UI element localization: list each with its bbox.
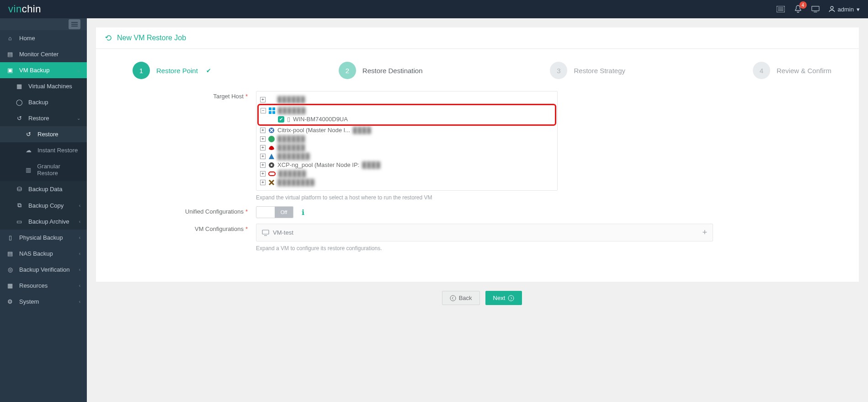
target-host-label: Target Host* [119,91,256,201]
tree-node-hyperv[interactable]: − ██████ [261,106,553,115]
vm-config-label: VM Configurations* [119,224,256,252]
svg-point-18 [508,295,514,301]
chevron-down-icon: ⌄ [77,68,80,73]
tree-node-vmware[interactable]: +██████ [260,95,554,104]
server-icon: ▯ [6,234,14,241]
chevron-down-icon: ▾ [857,6,860,13]
svg-point-6 [831,6,833,9]
oracle-icon [268,172,276,176]
vm-config-row[interactable]: VM-test + [256,224,713,241]
step-review-confirm[interactable]: 4 Review & Confirm [753,62,831,79]
user-name: admin [838,6,854,13]
panel-header: New VM Restore Job [96,27,859,49]
back-button[interactable]: Back [442,291,480,305]
display-icon[interactable] [811,5,820,13]
sidebar-toggle[interactable] [69,19,80,29]
tree-node-citrix[interactable]: + Citrix-pool (Master Node I...████ [260,126,554,134]
bell-icon[interactable]: 4 [794,5,802,13]
chevron-left-icon: ‹ [79,203,80,208]
nav-restore[interactable]: ↺Restore⌄ [0,110,87,126]
next-button[interactable]: Next [485,291,522,305]
svg-rect-7 [269,107,272,110]
tree-node-azure[interactable]: + ███████ [260,152,554,161]
notification-badge: 4 [799,1,807,9]
triangle-icon [268,153,275,160]
vm-name: VM-test [273,229,293,236]
nav-physical[interactable]: ▯Physical Backup‹ [0,230,87,246]
list-icon[interactable] [777,5,785,13]
redhat-icon [268,145,275,150]
chevron-down-icon: ⌄ [77,116,80,121]
svg-rect-10 [272,111,275,114]
host-name: WIN-BM74000D9UA [293,116,348,123]
server-icon: ▯ [287,116,290,123]
nav-virtual-machines[interactable]: ▦Virtual Machines [0,78,87,94]
x-icon [268,179,275,186]
tree-node-nutanix[interactable]: + ████████ [260,178,554,187]
step-restore-destination[interactable]: 2 Restore Destination [339,62,423,79]
nav-home[interactable]: ⌂Home [0,30,87,46]
expand-icon[interactable]: + [702,228,707,237]
sidebar: ⌂Home ▤Monitor Center ▣VM Backup⌄ ▦Virtu… [0,18,87,402]
monitor-icon [262,230,269,236]
archive-icon: ▭ [16,218,23,225]
tree-node-green[interactable]: +██████ [260,134,554,143]
nas-icon: ▤ [6,250,14,257]
tree-node-xcp[interactable]: + XCP-ng_pool (Master Node IP:████ [260,161,554,169]
resources-icon: ▦ [6,282,14,289]
svg-point-17 [450,295,456,301]
nav-restore-restore[interactable]: ↺Restore [0,126,87,142]
grid-icon: ▦ [16,83,23,90]
gear-icon: ⚙ [6,298,14,305]
checkbox-checked-icon[interactable]: ✔ [278,116,284,123]
svg-rect-14 [269,172,275,176]
nav-granular-restore[interactable]: ▥Granular Restore [0,158,87,181]
restore-icon: ↺ [25,131,32,138]
tree-node-oracle[interactable]: + ██████ [260,169,554,178]
verify-icon: ◎ [6,266,14,273]
xcp-icon [268,162,275,168]
info-icon[interactable]: ℹ [302,209,304,216]
chevron-left-icon: ‹ [79,283,80,288]
target-host-help: Expand the virtual platform to select a … [256,194,558,201]
svg-rect-9 [269,111,272,114]
user-menu[interactable]: admin ▾ [829,6,860,13]
nav-backup-archive[interactable]: ▭Backup Archive‹ [0,214,87,230]
citrix-icon [268,127,275,134]
wizard-steps: 1 Restore Point ✔ 2 Restore Destination … [96,49,859,84]
nav-backup-data[interactable]: ⛁Backup Data [0,181,87,197]
svg-rect-15 [262,230,269,234]
svg-point-13 [271,164,272,166]
unified-config-label: Unified Configurations* [119,206,256,218]
nav-nas[interactable]: ▤NAS Backup‹ [0,246,87,262]
topbar: vinchin 4 admin ▾ [0,0,868,18]
nav-backup[interactable]: ◯Backup [0,94,87,110]
arrow-left-icon [450,295,456,301]
database-icon: ⛁ [16,186,23,193]
tree-node-selected-host[interactable]: ✔ ▯ WIN-BM74000D9UA [270,115,553,123]
spinner-icon: ◯ [16,99,23,106]
content-area: New VM Restore Job 1 Restore Point ✔ 2 R… [87,18,868,402]
nav-resources[interactable]: ▦Resources‹ [0,278,87,294]
nav-vm-backup[interactable]: ▣VM Backup⌄ [0,62,87,78]
target-host-tree[interactable]: +██████ − ██████ ✔ [256,91,558,191]
step-restore-point[interactable]: 1 Restore Point ✔ [133,62,211,79]
arrow-right-icon [508,295,514,301]
restore-icon [105,34,112,42]
nav-backup-copy[interactable]: ⧉Backup Copy‹ [0,197,87,214]
chevron-left-icon: ‹ [79,251,80,256]
nav-instant-restore[interactable]: ☁Instant Restore [0,142,87,158]
step-restore-strategy[interactable]: 3 Restore Strategy [550,62,625,79]
brand-logo: vinchin [8,3,41,15]
monitor-icon: ▤ [6,51,14,58]
nav-verify[interactable]: ◎Backup Verification‹ [0,262,87,278]
check-icon: ✔ [206,67,211,74]
nav-monitor[interactable]: ▤Monitor Center [0,46,87,62]
svg-rect-4 [811,6,819,11]
copy-icon: ⧉ [16,202,23,209]
vm-config-help: Expand a VM to configure its restore con… [256,245,713,252]
nav-system[interactable]: ⚙System‹ [0,294,87,310]
tree-node-redhat[interactable]: + ██████ [260,143,554,152]
svg-rect-8 [272,107,275,110]
unified-config-switch[interactable]: Off [256,206,293,218]
